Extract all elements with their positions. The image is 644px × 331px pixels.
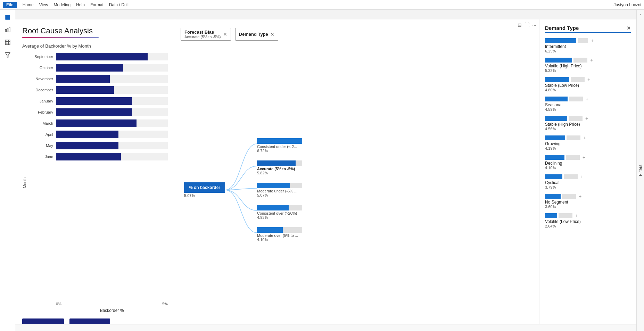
nav-data-drill[interactable]: Data / Drill xyxy=(109,2,129,7)
right-filters-panel[interactable]: › Filters xyxy=(636,10,644,331)
sidebar-icon-report[interactable] xyxy=(2,13,13,22)
mid-node: Consistent under (<-2... 6.72% xyxy=(257,138,302,153)
bar-track xyxy=(56,64,168,72)
user-name: Justyna Luczni xyxy=(614,2,641,7)
mid-bar-fill xyxy=(257,160,296,166)
root-node-box: % on backorder xyxy=(184,182,225,193)
bar-fill xyxy=(56,131,118,138)
mid-node-pct: 4.93% xyxy=(257,215,302,220)
bar-label: April xyxy=(27,132,53,136)
bar-label: December xyxy=(27,88,53,92)
decomp-tree-vis: % on backorder 5.07% Consistent under (<… xyxy=(181,45,534,331)
demand-plus-icon[interactable]: + xyxy=(583,155,585,160)
nav-view[interactable]: View xyxy=(39,2,48,7)
demand-bar-gray xyxy=(578,38,588,43)
svg-rect-3 xyxy=(9,27,10,32)
nav-help[interactable]: Help xyxy=(76,2,85,7)
demand-item-name: Declining xyxy=(545,161,631,166)
bar-label: November xyxy=(27,77,53,81)
demand-bar-row: + xyxy=(545,116,631,121)
mid-node-pct: 5.82% xyxy=(257,171,302,175)
demand-bar-gray xyxy=(564,174,578,179)
mid-bar-fill xyxy=(257,227,283,233)
mid-bar-track xyxy=(257,205,302,210)
demand-plus-icon[interactable]: + xyxy=(586,96,588,102)
demand-bar-row: + xyxy=(545,57,631,63)
demand-plus-icon[interactable]: + xyxy=(575,213,578,218)
bar-track xyxy=(56,153,168,160)
bar-fill xyxy=(56,119,137,127)
demand-plus-icon[interactable]: + xyxy=(590,57,593,63)
demand-bar-gray xyxy=(569,97,583,101)
decomp-tree-panel: ⊟ ⛶ ··· Forecast Bias Accurate (5% to -5… xyxy=(175,19,539,331)
forecast-bias-close-icon[interactable]: ✕ xyxy=(223,32,227,37)
demand-bar-row: + xyxy=(545,193,631,199)
main-content: Root Cause Analysis Average of Backorder… xyxy=(15,19,636,331)
demand-plus-icon[interactable]: + xyxy=(587,77,590,82)
demand-bar-blue xyxy=(545,155,564,160)
panel-toolbar: ⊟ ⛶ ··· xyxy=(518,22,536,28)
filter-icon[interactable]: ⊟ xyxy=(518,22,522,28)
bar-fill xyxy=(56,75,110,83)
x-axis-label-0: 0% xyxy=(56,302,61,306)
demand-bar-row: + xyxy=(545,77,631,82)
mid-node-pct: 5.07% xyxy=(257,193,302,197)
mid-node-label: Consistent under (<-2... xyxy=(257,144,302,149)
left-sidebar xyxy=(0,10,15,331)
demand-plus-icon[interactable]: + xyxy=(591,38,594,43)
bar-label: September xyxy=(27,55,53,59)
bar-track xyxy=(56,131,168,138)
title-underline xyxy=(22,37,99,38)
demand-item-name: Growing xyxy=(545,141,631,146)
demand-item: + Volatile (High Price) 5.32% xyxy=(545,57,631,73)
mid-node: Consistent over (>20%) 4.93% xyxy=(257,205,302,220)
sidebar-icon-filter[interactable] xyxy=(2,50,13,60)
demand-plus-icon[interactable]: + xyxy=(583,135,586,141)
demand-plus-icon[interactable]: + xyxy=(579,193,581,199)
demand-item-pct: 4.56% xyxy=(545,127,631,131)
demand-type-close-icon[interactable]: ✕ xyxy=(627,25,631,31)
demand-type-panel: Demand Type ✕ + Intermittent 6.25% + Vol… xyxy=(539,19,636,331)
demand-type-chip[interactable]: Demand Type ✕ xyxy=(235,28,278,41)
demand-item-pct: 3.60% xyxy=(545,205,631,209)
demand-bar-gray xyxy=(566,155,580,160)
bar-fill xyxy=(56,86,114,94)
demand-bar-gray xyxy=(573,58,587,63)
mid-nodes: Consistent under (<-2... 6.72% Accurate … xyxy=(257,138,302,242)
bar-label: June xyxy=(27,155,53,159)
demand-item-name: Seasonal xyxy=(545,102,631,107)
demand-item-name: Volatile (Low Price) xyxy=(545,219,631,224)
demand-item: + Intermittent 6.25% xyxy=(545,38,631,53)
demand-bar-gray xyxy=(559,213,572,218)
mid-node: Moderate under (-5% ... 5.07% xyxy=(257,183,302,197)
forecast-bias-chip[interactable]: Forecast Bias Accurate (5% to -5%) ✕ xyxy=(181,28,231,41)
demand-type-close-icon[interactable]: ✕ xyxy=(270,32,274,37)
sidebar-icon-bar[interactable] xyxy=(2,25,13,35)
nav-home[interactable]: Home xyxy=(23,2,34,7)
root-node-pct: 5.07% xyxy=(184,193,225,198)
file-menu[interactable]: File xyxy=(3,2,17,8)
mid-bar-fill xyxy=(257,138,302,144)
bar-track xyxy=(56,86,168,94)
demand-bar-row: + xyxy=(545,155,631,160)
demand-bar-blue xyxy=(545,116,567,121)
sidebar-icon-table[interactable] xyxy=(2,38,13,47)
more-icon[interactable]: ··· xyxy=(532,22,536,28)
chevron-right-icon[interactable]: › xyxy=(640,13,641,16)
demand-plus-icon[interactable]: + xyxy=(585,116,588,121)
filter-chips: Forecast Bias Accurate (5% to -5%) ✕ Dem… xyxy=(181,28,534,41)
nav-modeling[interactable]: Modeling xyxy=(53,2,71,7)
svg-rect-4 xyxy=(5,40,10,45)
demand-item-pct: 2.64% xyxy=(545,224,631,228)
demand-bar-gray xyxy=(567,135,580,140)
bar-row: September xyxy=(27,53,168,60)
bar-track xyxy=(56,75,168,83)
demand-item: + Stable (High Price) 4.56% xyxy=(545,116,631,131)
bar-row: May xyxy=(27,142,168,149)
mid-bar-track xyxy=(257,183,302,188)
filters-label[interactable]: Filters xyxy=(638,165,643,176)
fullscreen-icon[interactable]: ⛶ xyxy=(525,22,529,28)
panel-title: Root Cause Analysis xyxy=(22,26,168,35)
nav-format[interactable]: Format xyxy=(90,2,104,7)
demand-plus-icon[interactable]: + xyxy=(580,174,583,180)
